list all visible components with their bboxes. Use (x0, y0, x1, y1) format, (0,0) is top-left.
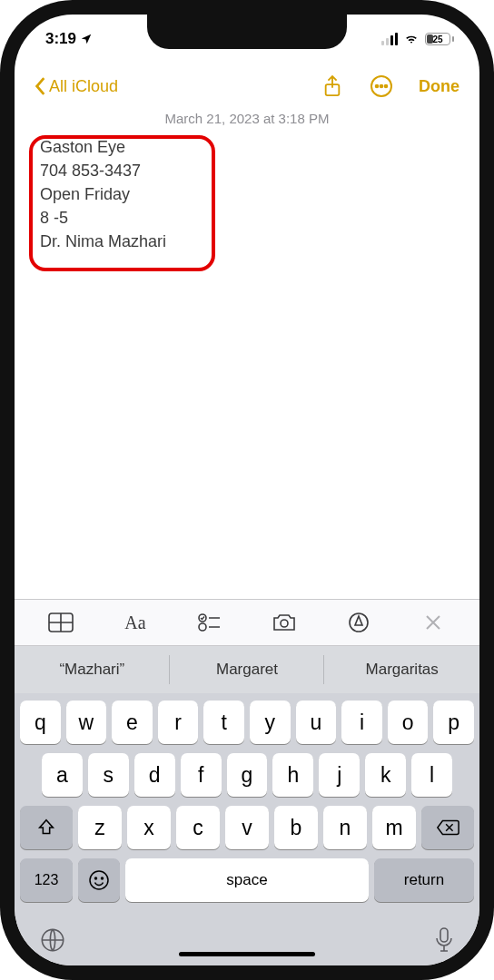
note-line: Dr. Nima Mazhari (35, 230, 459, 253)
shift-icon (36, 818, 56, 838)
back-button[interactable]: All iCloud (35, 76, 118, 96)
suggestion[interactable]: “Mazhari” (15, 646, 170, 693)
key-y[interactable]: y (250, 701, 291, 744)
svg-point-8 (281, 620, 288, 627)
key-l[interactable]: l (411, 753, 452, 797)
key-j[interactable]: j (319, 753, 360, 797)
microphone-icon (434, 926, 454, 954)
svg-point-3 (380, 85, 383, 88)
key-shift[interactable] (20, 806, 73, 849)
key-q[interactable]: q (20, 701, 61, 744)
keyboard-toolbar: Aa (15, 599, 479, 646)
key-x[interactable]: x (127, 806, 171, 849)
note-line: 8 -5 (35, 206, 459, 230)
text-format-icon: Aa (124, 612, 145, 633)
markup-tool[interactable] (338, 606, 380, 639)
key-e[interactable]: e (112, 701, 153, 744)
svg-rect-14 (440, 928, 448, 942)
key-v[interactable]: v (225, 806, 269, 849)
suggestion[interactable]: Margaret (170, 646, 325, 693)
dictation-button[interactable] (434, 926, 454, 954)
back-label: All iCloud (49, 77, 118, 96)
key-emoji[interactable] (78, 858, 120, 902)
note-body[interactable]: Gaston Eye 704 853-3437 Open Friday 8 -5… (15, 132, 479, 599)
camera-icon (272, 612, 297, 632)
key-w[interactable]: w (66, 701, 107, 744)
table-tool[interactable] (40, 606, 82, 639)
status-time: 3:19 (45, 30, 76, 48)
cellular-icon (381, 33, 398, 45)
checklist-icon (198, 612, 222, 632)
note-line: Open Friday (35, 182, 459, 206)
keyboard: q w e r t y u i o p a s d f g h (15, 693, 479, 916)
more-button[interactable] (370, 74, 393, 98)
suggestion-bar: “Mazhari” Margaret Margaritas (15, 646, 479, 693)
svg-point-11 (95, 877, 97, 879)
ellipsis-circle-icon (370, 74, 393, 98)
key-d[interactable]: d (134, 753, 175, 797)
delete-icon (436, 818, 459, 837)
svg-point-4 (385, 85, 388, 88)
keyboard-bottom-bar (15, 916, 479, 965)
keyboard-row-2: a s d f g h j k l (20, 753, 474, 797)
note-timestamp: March 21, 2023 at 3:18 PM (15, 109, 479, 132)
key-p[interactable]: p (433, 701, 474, 744)
key-h[interactable]: h (272, 753, 313, 797)
wifi-icon (403, 33, 420, 45)
key-space[interactable]: space (125, 858, 369, 902)
key-n[interactable]: n (323, 806, 367, 849)
screen: 3:19 25 All iCloud (15, 15, 479, 965)
key-a[interactable]: a (42, 753, 83, 797)
battery-icon: 25 (425, 33, 454, 45)
table-icon (48, 612, 74, 632)
keyboard-row-4: 123 space return (20, 858, 474, 902)
status-right: 25 (381, 33, 454, 45)
home-indicator[interactable] (179, 952, 315, 956)
close-toolbar[interactable] (412, 606, 454, 639)
key-m[interactable]: m (372, 806, 416, 849)
key-b[interactable]: b (274, 806, 318, 849)
key-numbers[interactable]: 123 (20, 858, 73, 902)
key-o[interactable]: o (388, 701, 429, 744)
emoji-icon (88, 869, 110, 891)
close-icon (424, 613, 442, 632)
camera-tool[interactable] (263, 606, 305, 639)
note-line: Gaston Eye (35, 135, 459, 159)
key-z[interactable]: z (78, 806, 122, 849)
format-tool[interactable]: Aa (114, 606, 156, 639)
globe-icon (40, 927, 65, 953)
svg-point-2 (376, 85, 379, 88)
status-left: 3:19 (45, 30, 93, 48)
key-i[interactable]: i (341, 701, 382, 744)
done-button[interactable]: Done (419, 77, 459, 96)
share-button[interactable] (321, 74, 344, 98)
key-r[interactable]: r (158, 701, 199, 744)
key-delete[interactable] (421, 806, 474, 849)
share-icon (322, 74, 342, 98)
key-f[interactable]: f (181, 753, 222, 797)
iphone-frame: 3:19 25 All iCloud (0, 0, 494, 980)
suggestion[interactable]: Margaritas (324, 646, 479, 693)
globe-button[interactable] (40, 927, 65, 953)
key-t[interactable]: t (203, 701, 244, 744)
notch (147, 15, 347, 49)
key-c[interactable]: c (176, 806, 220, 849)
key-g[interactable]: g (227, 753, 268, 797)
key-s[interactable]: s (88, 753, 129, 797)
nav-bar: All iCloud Done (15, 64, 479, 109)
checklist-tool[interactable] (189, 606, 231, 639)
chevron-left-icon (35, 76, 47, 96)
svg-point-7 (199, 623, 206, 631)
note-line: 704 853-3437 (35, 159, 459, 182)
svg-point-12 (102, 877, 104, 879)
key-u[interactable]: u (296, 701, 337, 744)
markup-icon (348, 612, 370, 633)
svg-point-10 (90, 871, 108, 889)
key-return[interactable]: return (374, 858, 474, 902)
keyboard-area: Aa “Mazhari” Margaret Margaritas q w e r… (15, 599, 479, 965)
keyboard-row-3: z x c v b n m (20, 806, 474, 849)
keyboard-row-1: q w e r t y u i o p (20, 701, 474, 744)
location-icon (80, 33, 93, 45)
key-k[interactable]: k (365, 753, 406, 797)
